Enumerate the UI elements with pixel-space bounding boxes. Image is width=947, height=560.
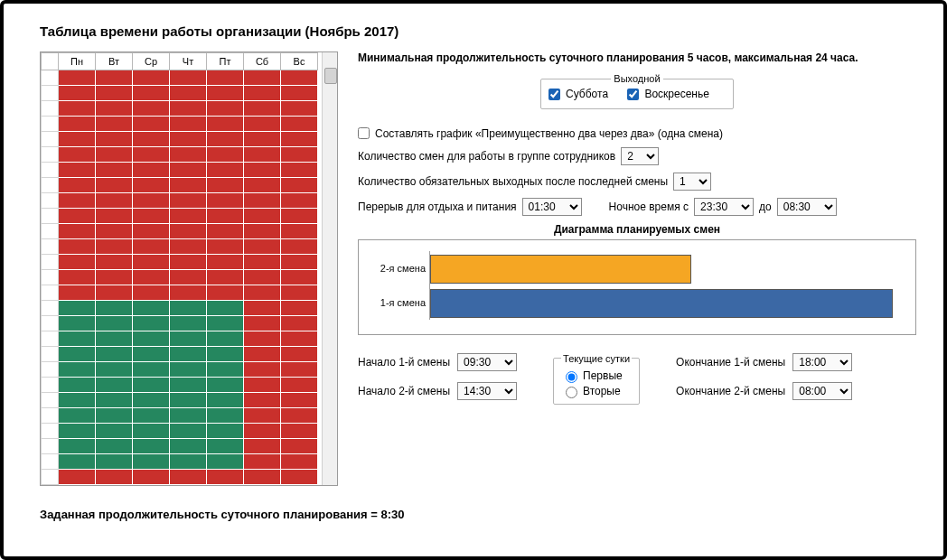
calendar-cell[interactable] bbox=[244, 70, 281, 86]
calendar-cell[interactable] bbox=[133, 362, 170, 378]
calendar-cell[interactable] bbox=[207, 117, 244, 132]
calendar-cell[interactable] bbox=[96, 86, 133, 101]
calendar-cell[interactable] bbox=[207, 362, 244, 378]
night-from-select[interactable]: 23:30 bbox=[694, 198, 754, 216]
calendar-cell[interactable] bbox=[59, 316, 96, 331]
calendar-cell[interactable] bbox=[133, 424, 170, 439]
calendar-cell[interactable] bbox=[96, 378, 133, 393]
calendar-cell[interactable] bbox=[59, 454, 96, 470]
calendar-cell[interactable] bbox=[133, 117, 170, 132]
calendar-cell[interactable] bbox=[96, 393, 133, 408]
calendar-cell[interactable] bbox=[133, 147, 170, 163]
calendar-cell[interactable] bbox=[244, 163, 281, 178]
calendar-cell[interactable] bbox=[281, 362, 318, 378]
saturday-checkbox-label[interactable]: Суббота bbox=[549, 88, 608, 100]
calendar-cell[interactable] bbox=[244, 224, 281, 239]
calendar-cell[interactable] bbox=[96, 454, 133, 470]
calendar-cell[interactable] bbox=[170, 408, 207, 424]
calendar-cell[interactable] bbox=[133, 439, 170, 454]
calendar-cell[interactable] bbox=[281, 454, 318, 470]
calendar-cell[interactable] bbox=[133, 209, 170, 224]
calendar-cell[interactable] bbox=[59, 362, 96, 378]
days-off-select[interactable]: 1 bbox=[673, 173, 711, 191]
calendar-cell[interactable] bbox=[59, 301, 96, 316]
calendar-cell[interactable] bbox=[170, 255, 207, 270]
calendar-cell[interactable] bbox=[133, 301, 170, 316]
calendar-cell[interactable] bbox=[170, 101, 207, 117]
calendar-cell[interactable] bbox=[133, 132, 170, 147]
calendar-cell[interactable] bbox=[59, 178, 96, 193]
calendar-cell[interactable] bbox=[59, 70, 96, 86]
calendar-cell[interactable] bbox=[96, 347, 133, 362]
calendar-cell[interactable] bbox=[281, 255, 318, 270]
calendar-cell[interactable] bbox=[59, 163, 96, 178]
calendar-cell[interactable] bbox=[96, 270, 133, 285]
calendar-cell[interactable] bbox=[281, 239, 318, 255]
calendar-cell[interactable] bbox=[96, 209, 133, 224]
calendar-cell[interactable] bbox=[244, 270, 281, 285]
calendar-cell[interactable] bbox=[281, 331, 318, 347]
calendar-cell[interactable] bbox=[281, 378, 318, 393]
calendar-cell[interactable] bbox=[170, 147, 207, 163]
calendar-cell[interactable] bbox=[207, 101, 244, 117]
calendar-cell[interactable] bbox=[207, 255, 244, 270]
calendar-cell[interactable] bbox=[244, 101, 281, 117]
calendar-cell[interactable] bbox=[281, 101, 318, 117]
calendar-cell[interactable] bbox=[133, 331, 170, 347]
calendar-cell[interactable] bbox=[170, 470, 207, 485]
calendar-cell[interactable] bbox=[207, 209, 244, 224]
calendar-cell[interactable] bbox=[207, 347, 244, 362]
calendar-cell[interactable] bbox=[170, 331, 207, 347]
calendar-cell[interactable] bbox=[170, 239, 207, 255]
calendar-cell[interactable] bbox=[170, 285, 207, 301]
calendar-cell[interactable] bbox=[133, 239, 170, 255]
calendar-cell[interactable] bbox=[96, 193, 133, 209]
calendar-cell[interactable] bbox=[244, 255, 281, 270]
calendar-cell[interactable] bbox=[96, 439, 133, 454]
calendar-cell[interactable] bbox=[133, 285, 170, 301]
calendar-cell[interactable] bbox=[133, 255, 170, 270]
calendar-cell[interactable] bbox=[59, 408, 96, 424]
calendar-cell[interactable] bbox=[207, 178, 244, 193]
sunday-checkbox-label[interactable]: Воскресенье bbox=[627, 88, 709, 100]
break-select[interactable]: 01:30 bbox=[522, 198, 582, 216]
calendar-cell[interactable] bbox=[207, 285, 244, 301]
calendar-cell[interactable] bbox=[207, 424, 244, 439]
calendar-cell[interactable] bbox=[170, 347, 207, 362]
calendar-cell[interactable] bbox=[133, 178, 170, 193]
calendar-cell[interactable] bbox=[207, 439, 244, 454]
day-second-radio[interactable] bbox=[566, 387, 577, 398]
calendar-cell[interactable] bbox=[281, 285, 318, 301]
calendar-cell[interactable] bbox=[281, 209, 318, 224]
calendar-cell[interactable] bbox=[133, 393, 170, 408]
calendar-cell[interactable] bbox=[170, 362, 207, 378]
calendar-cell[interactable] bbox=[244, 193, 281, 209]
calendar-cell[interactable] bbox=[244, 470, 281, 485]
saturday-checkbox[interactable] bbox=[549, 89, 560, 100]
calendar-cell[interactable] bbox=[244, 239, 281, 255]
calendar-cell[interactable] bbox=[133, 454, 170, 470]
calendar-cell[interactable] bbox=[96, 362, 133, 378]
calendar-cell[interactable] bbox=[207, 224, 244, 239]
calendar-cell[interactable] bbox=[59, 239, 96, 255]
calendar-cell[interactable] bbox=[281, 301, 318, 316]
calendar-cell[interactable] bbox=[170, 178, 207, 193]
calendar-cell[interactable] bbox=[207, 70, 244, 86]
calendar-cell[interactable] bbox=[207, 378, 244, 393]
calendar-cell[interactable] bbox=[244, 378, 281, 393]
calendar-cell[interactable] bbox=[244, 301, 281, 316]
calendar-cell[interactable] bbox=[244, 178, 281, 193]
calendar-cell[interactable] bbox=[244, 331, 281, 347]
calendar-cell[interactable] bbox=[170, 117, 207, 132]
calendar-cell[interactable] bbox=[244, 285, 281, 301]
calendar-cell[interactable] bbox=[59, 285, 96, 301]
plan-2x2-checkbox[interactable] bbox=[358, 127, 370, 139]
calendar-scrollbar[interactable] bbox=[322, 52, 337, 485]
calendar-cell[interactable] bbox=[281, 132, 318, 147]
calendar-cell[interactable] bbox=[133, 193, 170, 209]
calendar-cell[interactable] bbox=[244, 454, 281, 470]
start1-select[interactable]: 09:30 bbox=[457, 353, 517, 371]
calendar-cell[interactable] bbox=[59, 193, 96, 209]
calendar-cell[interactable] bbox=[133, 378, 170, 393]
calendar-cell[interactable] bbox=[96, 178, 133, 193]
